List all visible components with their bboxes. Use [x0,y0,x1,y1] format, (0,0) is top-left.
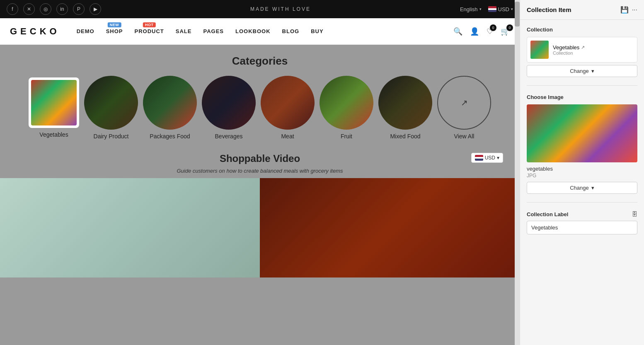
twitter-icon[interactable]: ✕ [23,3,35,15]
nav-pages[interactable]: PAGES [203,28,224,34]
logo[interactable]: GECKO [10,26,60,37]
nav-sale[interactable]: SALE [176,28,192,34]
flag-icon [475,155,483,161]
social-bar: f ✕ ◎ in P ▶ MADE WITH LOVE English ▾ US… [0,0,520,18]
cart-count: 0 [506,24,513,31]
image-type: JPG [527,173,637,179]
nav-product[interactable]: HOT PRODUCT [135,28,164,34]
language-label: English [460,6,478,12]
dairy-circle [84,76,138,130]
facebook-icon[interactable]: f [7,3,18,15]
category-viewall[interactable]: ↗ View All [437,76,491,140]
vegetables-label: Vegetables [39,131,68,138]
collection-label-section: Collection Label 🗄 [527,211,637,234]
language-selector[interactable]: English ▾ [460,6,482,12]
viewall-circle: ↗ [437,76,491,130]
search-button[interactable]: 🔍 [453,27,462,36]
image-preview-inner [527,104,637,162]
chevron-down-icon: ▾ [497,155,499,161]
packages-circle [143,76,197,130]
change-image-button[interactable]: Change ▾ [527,182,637,194]
scrollbar[interactable] [515,0,520,345]
badge-new: NEW [108,22,121,27]
packages-label: Packages Food [150,133,190,140]
shoppable-currency-selector[interactable]: USD ▾ [471,153,503,163]
page-content: Categories Vegetables Dairy Product [0,45,520,345]
category-dairy[interactable]: Dairy Product [84,76,138,140]
database-icon[interactable]: 🗄 [632,211,637,217]
currency-label: USD [498,6,509,12]
collection-name: Vegetables ↗ [553,44,585,51]
vegetables-image [31,80,77,125]
external-link-icon[interactable]: ↗ [581,45,585,50]
category-meat[interactable]: Meat [261,76,315,140]
category-packages[interactable]: Packages Food [143,76,197,140]
wishlist-count: 0 [490,24,496,31]
image-name: vegetables [527,166,637,172]
account-button[interactable]: 👤 [470,27,479,36]
category-vegetables[interactable]: Vegetables [29,77,79,138]
nav-buy[interactable]: BUY [311,28,323,34]
divider [527,85,637,86]
youtube-icon[interactable]: ▶ [90,3,101,15]
meat-circle [261,76,315,130]
fruit-label: Fruit [341,133,352,140]
pinterest-icon[interactable]: P [73,3,85,15]
chevron-down-icon: ▾ [479,7,482,11]
chevron-down-icon: ▾ [591,68,594,74]
save-icon[interactable]: 💾 [620,6,629,14]
video-grid [0,178,520,277]
change-collection-button[interactable]: Change ▾ [527,65,637,77]
fruit-circle [320,76,373,130]
video-thumb-left[interactable] [0,178,260,277]
video-thumb-right[interactable] [260,178,520,277]
viewall-label: View All [454,133,475,140]
categories-row: Vegetables Dairy Product Packages Food B… [0,76,520,140]
collection-ref: Vegetables ↗ Collection [527,37,637,63]
vegetables-selected-box [29,77,79,128]
more-options-icon[interactable]: ··· [632,6,637,14]
scrollbar-thumb[interactable] [515,2,520,27]
collection-label-header: Collection Label 🗄 [527,211,637,217]
badge-hot: HOT [143,22,156,27]
category-beverages[interactable]: Beverages [202,76,256,140]
shoppable-subtitle: Guide customers on how to create balance… [0,168,520,174]
beverages-label: Beverages [215,133,243,140]
collection-section: Collection Vegetables ↗ Collection Chang… [527,27,637,77]
currency-label: USD [485,155,495,161]
collection-label-input[interactable] [527,221,637,234]
shoppable-section: Shoppable Video USD ▾ Guide customers on… [0,146,520,277]
divider-2 [527,202,637,203]
categories-section: Categories Vegetables Dairy Product [0,45,520,146]
chevron-down-icon: ▾ [511,7,513,11]
shoppable-header: Shoppable Video USD ▾ [0,153,520,168]
nav-lookbook[interactable]: LOOKBOOK [235,28,271,34]
mixed-circle [378,76,432,130]
wishlist-button[interactable]: ♡ 0 [487,27,493,36]
currency-selector[interactable]: USD ▾ [488,6,513,12]
linkedin-icon[interactable]: in [56,3,68,15]
flag-icon [488,6,496,12]
cart-button[interactable]: 🛒 0 [501,27,510,36]
nav-icons: 🔍 👤 ♡ 0 🛒 0 [453,27,510,36]
chevron-down-icon: ▾ [591,185,594,191]
topbar-right: English ▾ USD ▾ [460,6,513,12]
nav-shop[interactable]: NEW SHOP [106,28,123,34]
collection-label-title: Collection Label [527,211,568,217]
panel-header: Collection Item 💾 ··· [520,0,644,20]
nav-demo[interactable]: DEMO [77,28,94,34]
navbar: GECKO DEMO NEW SHOP HOT PRODUCT SALE PAG… [0,18,520,45]
dairy-label: Dairy Product [94,133,129,140]
choose-image-title: Choose Image [527,94,637,100]
instagram-icon[interactable]: ◎ [40,3,51,15]
beverages-circle [202,76,256,130]
category-fruit[interactable]: Fruit [320,76,373,140]
nav-links: DEMO NEW SHOP HOT PRODUCT SALE PAGES LOO… [77,28,453,34]
meat-label: Meat [281,133,294,140]
collection-thumbnail [530,41,549,59]
mixed-label: Mixed Food [390,133,420,140]
nav-blog[interactable]: BLOG [282,28,300,34]
tagline: MADE WITH LOVE [106,6,455,12]
category-mixed[interactable]: Mixed Food [378,76,432,140]
categories-title: Categories [0,55,520,68]
